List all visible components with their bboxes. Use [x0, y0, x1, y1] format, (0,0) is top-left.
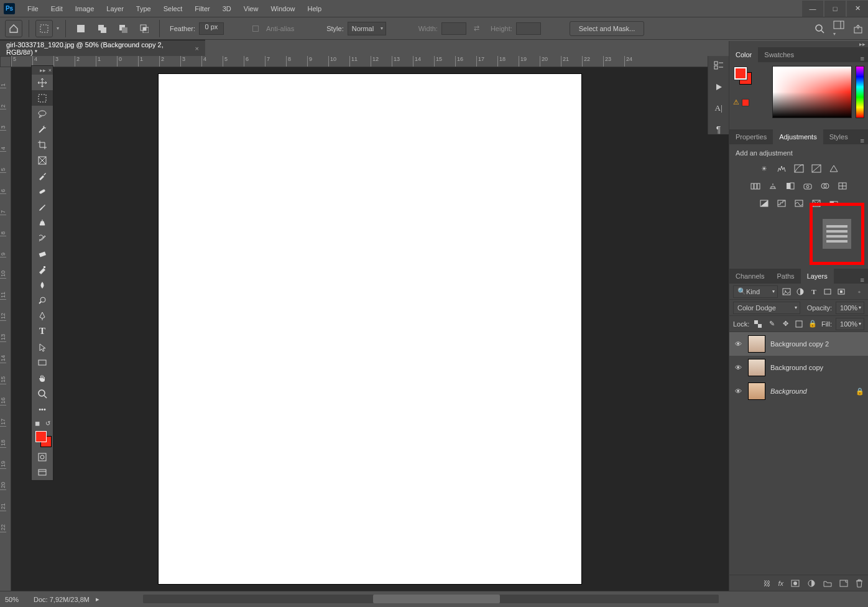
- tab-styles[interactable]: Styles: [823, 129, 854, 144]
- lock-artboard-icon[interactable]: [794, 319, 804, 329]
- tools-panel-header[interactable]: ▸▸×: [32, 66, 53, 75]
- curves-icon[interactable]: [793, 163, 805, 174]
- character-panel-icon[interactable]: A|: [715, 103, 723, 113]
- delete-layer-icon[interactable]: [856, 579, 863, 588]
- brightness-contrast-icon[interactable]: ☀: [759, 163, 770, 174]
- workspace-switcher-icon[interactable]: ▾: [833, 21, 844, 37]
- fill-input[interactable]: 100%: [836, 318, 864, 330]
- photo-filter-icon[interactable]: [802, 180, 813, 192]
- collapse-icon[interactable]: ▸▸: [40, 67, 46, 73]
- filter-toggle-icon[interactable]: ◦: [854, 287, 864, 297]
- doc-info[interactable]: Doc: 7,92M/23,8M: [34, 596, 90, 603]
- zoom-level[interactable]: 50%: [5, 596, 19, 603]
- menu-3d[interactable]: 3D: [216, 2, 238, 15]
- filter-pixel-icon[interactable]: [782, 287, 792, 297]
- default-colors-icon[interactable]: ◼: [35, 420, 40, 427]
- zoom-tool[interactable]: [32, 386, 53, 401]
- horizontal-scrollbar[interactable]: [143, 595, 719, 603]
- filter-smartobject-icon[interactable]: [836, 287, 846, 297]
- menu-file[interactable]: File: [21, 2, 45, 15]
- new-adjustment-layer-icon[interactable]: [807, 579, 816, 588]
- feather-input[interactable]: 0 px: [199, 22, 224, 35]
- eyedropper-tool[interactable]: [32, 168, 53, 183]
- selection-new-icon[interactable]: [72, 20, 90, 37]
- ruler-horizontal[interactable]: 5432101234567891011121314151617181920212…: [11, 56, 729, 67]
- paragraph-panel-icon[interactable]: ¶: [716, 124, 721, 134]
- filter-adjustment-icon[interactable]: [795, 287, 805, 297]
- exposure-icon[interactable]: [811, 163, 822, 174]
- color-fb-swatch[interactable]: [734, 67, 753, 86]
- hue-slider[interactable]: [856, 66, 864, 118]
- foreground-color-swatch[interactable]: [35, 431, 47, 442]
- color-balance-icon[interactable]: [767, 180, 778, 192]
- layer-name[interactable]: Background: [770, 387, 807, 395]
- layer-thumbnail[interactable]: [748, 335, 765, 353]
- scrollbar-thumb[interactable]: [373, 595, 500, 603]
- tab-channels[interactable]: Channels: [729, 269, 770, 284]
- menu-layer[interactable]: Layer: [100, 2, 130, 15]
- layer-visibility-icon[interactable]: 👁: [733, 340, 743, 348]
- menu-view[interactable]: View: [238, 2, 265, 15]
- layer-item[interactable]: 👁 Background 🔒: [729, 379, 868, 403]
- search-icon[interactable]: [815, 24, 824, 34]
- document-tab[interactable]: girl-3033718_1920.jpg @ 50% (Background …: [0, 40, 205, 56]
- layer-thumbnail[interactable]: [748, 382, 765, 400]
- layer-fx-icon[interactable]: fx: [778, 580, 783, 587]
- menu-help[interactable]: Help: [302, 2, 328, 15]
- filter-type-icon[interactable]: T: [809, 287, 819, 297]
- move-tool[interactable]: [32, 75, 53, 90]
- crop-tool[interactable]: [32, 137, 53, 152]
- doc-info-menu-icon[interactable]: ▸: [96, 595, 99, 603]
- menu-select[interactable]: Select: [157, 2, 189, 15]
- levels-icon[interactable]: [776, 163, 787, 174]
- layers-panel-menu-icon[interactable]: ≡: [857, 276, 868, 284]
- gamut-warning-icon[interactable]: ⚠: [733, 98, 749, 106]
- black-white-icon[interactable]: [785, 180, 796, 192]
- link-layers-icon[interactable]: ⛓: [764, 580, 770, 587]
- canvas-area[interactable]: ◂◂: [11, 67, 729, 591]
- window-maximize-button[interactable]: □: [824, 1, 846, 17]
- dodge-tool[interactable]: [32, 292, 53, 308]
- color-spectrum[interactable]: [772, 66, 852, 118]
- menu-type[interactable]: Type: [130, 2, 157, 15]
- layer-filter-select[interactable]: 🔍 Kind: [733, 285, 778, 298]
- menu-window[interactable]: Window: [264, 2, 301, 15]
- style-select[interactable]: Normal: [348, 22, 386, 35]
- window-close-button[interactable]: ✕: [847, 1, 868, 17]
- menu-edit[interactable]: Edit: [45, 2, 69, 15]
- tab-properties[interactable]: Properties: [729, 129, 773, 144]
- selection-intersect-icon[interactable]: [136, 20, 153, 37]
- brush-tool[interactable]: [32, 199, 53, 215]
- healing-brush-tool[interactable]: [32, 183, 53, 199]
- color-panel-menu-icon[interactable]: ≡: [857, 55, 868, 62]
- lasso-tool[interactable]: [32, 106, 53, 121]
- layer-visibility-icon[interactable]: 👁: [733, 387, 743, 395]
- gradient-tool[interactable]: [32, 261, 53, 277]
- lock-all-icon[interactable]: 🔒: [808, 319, 818, 329]
- rectangle-tool[interactable]: [32, 354, 53, 370]
- magic-wand-tool[interactable]: [32, 121, 53, 137]
- posterize-icon[interactable]: [776, 198, 787, 209]
- layer-name[interactable]: Background copy 2: [770, 340, 829, 348]
- path-selection-tool[interactable]: [32, 339, 53, 354]
- lock-pixels-icon[interactable]: ✎: [767, 319, 777, 329]
- type-tool[interactable]: T: [32, 323, 53, 339]
- marquee-tool-icon[interactable]: [35, 20, 53, 37]
- blur-tool[interactable]: [32, 277, 53, 292]
- frame-tool[interactable]: [32, 152, 53, 168]
- tab-adjustments[interactable]: Adjustments: [773, 129, 823, 144]
- channel-mixer-icon[interactable]: [820, 180, 831, 192]
- filter-shape-icon[interactable]: [823, 287, 833, 297]
- layer-lock-icon[interactable]: 🔒: [856, 387, 864, 396]
- marquee-tool[interactable]: [32, 90, 53, 106]
- quickmask-tool[interactable]: [32, 449, 53, 465]
- foreground-background-swatch[interactable]: [32, 429, 53, 449]
- ruler-vertical[interactable]: 12345678910111213141516171819202122: [0, 67, 11, 591]
- new-group-icon[interactable]: [823, 580, 832, 587]
- lock-position-icon[interactable]: ✥: [780, 319, 790, 329]
- layer-thumbnail[interactable]: [748, 359, 765, 376]
- clone-stamp-tool[interactable]: [32, 215, 53, 230]
- threshold-icon[interactable]: [793, 198, 805, 209]
- vibrance-icon[interactable]: [828, 163, 839, 174]
- hue-saturation-icon[interactable]: [750, 180, 761, 192]
